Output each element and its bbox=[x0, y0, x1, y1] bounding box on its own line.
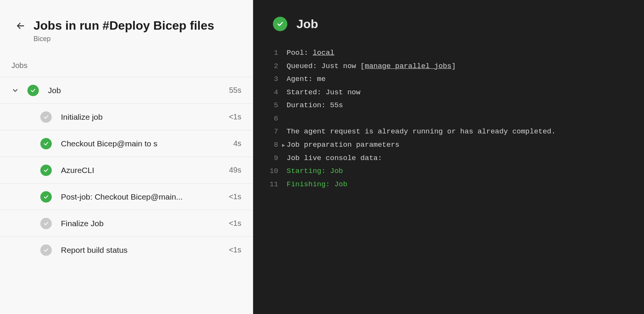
job-name: Job bbox=[48, 86, 225, 95]
step-row[interactable]: Finalize Job<1s bbox=[0, 210, 253, 236]
step-label: Finalize Job bbox=[61, 219, 224, 228]
log-text: The agent request is already running or … bbox=[287, 125, 556, 138]
log-text: Queued: Just now [ bbox=[287, 62, 365, 70]
fold-triangle-icon[interactable]: ▶ bbox=[281, 141, 287, 150]
step-label: Report build status bbox=[61, 246, 224, 255]
page-header: Jobs in run #Deploy Bicep files Bicep bbox=[0, 0, 253, 54]
line-number: 8 bbox=[261, 138, 278, 152]
check-icon bbox=[40, 218, 52, 229]
log-text: Agent: me bbox=[287, 73, 326, 86]
step-row[interactable]: Checkout Bicep@main to s4s bbox=[0, 130, 253, 157]
log-text: Pool: bbox=[287, 49, 312, 57]
step-duration: 4s bbox=[233, 139, 241, 148]
title-block: Jobs in run #Deploy Bicep files Bicep bbox=[33, 18, 241, 43]
pool-link[interactable]: local bbox=[312, 49, 334, 57]
step-duration: <1s bbox=[229, 192, 241, 201]
step-label: Checkout Bicep@main to s bbox=[61, 139, 229, 148]
step-duration: <1s bbox=[229, 219, 241, 228]
step-row[interactable]: Initialize job<1s bbox=[0, 103, 253, 130]
log-text: Started: Just now bbox=[287, 86, 360, 99]
check-icon bbox=[40, 191, 52, 203]
log-line: 2 Queued: Just now [manage parallel jobs… bbox=[261, 60, 636, 73]
page-subtitle: Bicep bbox=[33, 35, 241, 43]
step-label: Post-job: Checkout Bicep@main... bbox=[61, 192, 224, 201]
step-row[interactable]: Post-job: Checkout Bicep@main...<1s bbox=[0, 183, 253, 210]
log-line: 7 The agent request is already running o… bbox=[261, 125, 636, 138]
log-text: Job live console data: bbox=[287, 152, 382, 165]
left-panel: Jobs in run #Deploy Bicep files Bicep Jo… bbox=[0, 0, 253, 314]
log-job-title: Job bbox=[296, 17, 318, 31]
check-icon bbox=[40, 165, 52, 176]
log-line: 5 Duration: 55s bbox=[261, 99, 636, 112]
log-line: 3 Agent: me bbox=[261, 73, 636, 86]
line-number: 3 bbox=[261, 73, 278, 86]
log-line-foldable[interactable]: 8▶ Job preparation parameters bbox=[261, 138, 636, 152]
jobs-section-label: Jobs bbox=[0, 54, 253, 77]
log-area[interactable]: 1 Pool: local 2 Queued: Just now [manage… bbox=[253, 43, 644, 198]
check-icon bbox=[40, 244, 52, 256]
back-arrow-icon[interactable] bbox=[15, 21, 26, 31]
log-text: Starting: Job bbox=[287, 165, 343, 178]
page-title: Jobs in run #Deploy Bicep files bbox=[33, 18, 241, 33]
line-number: 6 bbox=[261, 112, 278, 125]
log-text: Duration: 55s bbox=[287, 99, 343, 112]
log-line: 10 Starting: Job bbox=[261, 165, 636, 178]
check-icon bbox=[40, 111, 52, 123]
log-line: 9 Job live console data: bbox=[261, 152, 636, 165]
log-line: 1 Pool: local bbox=[261, 46, 636, 60]
manage-parallel-jobs-link[interactable]: manage parallel jobs bbox=[365, 62, 451, 70]
step-label: Initialize job bbox=[61, 113, 224, 122]
line-number: 4 bbox=[261, 86, 278, 99]
log-text: ] bbox=[451, 62, 456, 70]
check-icon bbox=[27, 85, 39, 96]
step-row[interactable]: AzureCLI49s bbox=[0, 157, 253, 183]
line-number: 11 bbox=[261, 178, 278, 191]
chevron-down-icon[interactable] bbox=[11, 87, 19, 94]
log-text: Job preparation parameters bbox=[287, 138, 399, 152]
log-text: Finishing: Job bbox=[287, 178, 348, 191]
step-duration: 49s bbox=[229, 166, 241, 174]
log-line: 4 Started: Just now bbox=[261, 86, 636, 99]
step-label: AzureCLI bbox=[61, 166, 225, 175]
steps-list: Initialize job<1sCheckout Bicep@main to … bbox=[0, 103, 253, 263]
line-number: 7 bbox=[261, 125, 278, 138]
step-duration: <1s bbox=[229, 246, 241, 254]
step-duration: <1s bbox=[229, 113, 241, 121]
line-number: 2 bbox=[261, 60, 278, 73]
step-row[interactable]: Report build status<1s bbox=[0, 236, 253, 263]
line-number: 10 bbox=[261, 165, 278, 178]
log-line: 6 bbox=[261, 112, 636, 125]
right-panel: Job 1 Pool: local 2 Queued: Just now [ma… bbox=[253, 0, 644, 314]
line-number: 1 bbox=[261, 46, 278, 60]
line-number: 5 bbox=[261, 99, 278, 112]
check-icon bbox=[273, 17, 287, 31]
log-line: 11 Finishing: Job bbox=[261, 178, 636, 191]
check-icon bbox=[40, 138, 52, 149]
job-row[interactable]: Job 55s bbox=[0, 77, 253, 103]
log-header: Job bbox=[253, 0, 644, 43]
job-duration: 55s bbox=[229, 86, 241, 95]
line-number: 9 bbox=[261, 152, 278, 165]
